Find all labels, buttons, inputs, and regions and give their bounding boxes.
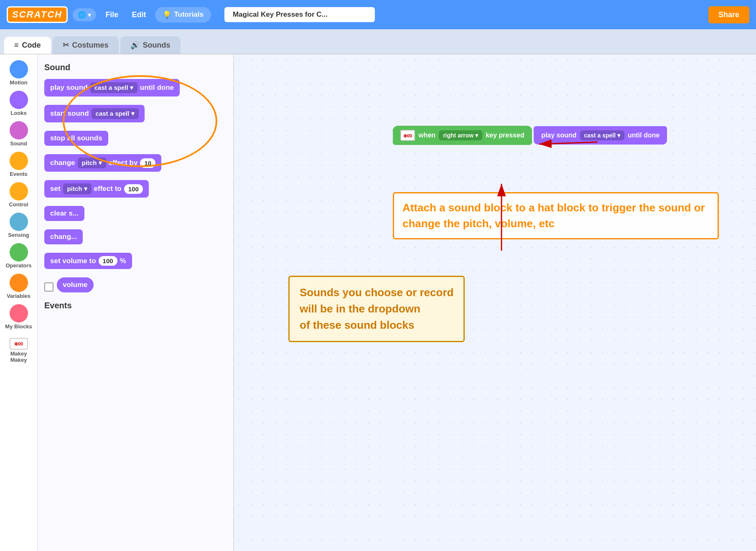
- sidebar-item-sound[interactable]: Sound: [2, 119, 36, 148]
- costumes-icon: ✂: [63, 41, 69, 50]
- play-sound-block-row: play sound cast a spell ▾ until done: [44, 79, 227, 101]
- pitch-value[interactable]: 10: [140, 158, 155, 168]
- volume-reporter-row: volume: [44, 277, 227, 297]
- annotation-box-2: Sounds you choose or recordwill be in th…: [288, 276, 465, 342]
- variables-label: Variables: [7, 293, 31, 299]
- start-sound-dropdown[interactable]: cast a spell ▾: [92, 108, 139, 119]
- volume-reporter-block[interactable]: volume: [57, 277, 94, 292]
- looks-circle: [10, 91, 28, 109]
- change-label: change: [50, 159, 75, 167]
- change-pitch-row: change pitch ▾ effect by 10: [44, 154, 227, 176]
- change-volume-label: chang...: [50, 233, 77, 241]
- when-label: when: [418, 132, 435, 139]
- clear-effects-label: clear s...: [50, 209, 79, 218]
- set-pitch-dropdown[interactable]: pitch ▾: [63, 183, 92, 194]
- looks-label: Looks: [10, 110, 26, 116]
- tab-costumes-label: Costumes: [72, 41, 109, 50]
- key-pressed-label: key pressed: [486, 132, 524, 139]
- operators-label: Operators: [5, 262, 31, 269]
- sidebar-item-looks[interactable]: Looks: [2, 89, 36, 118]
- key-dropdown[interactable]: right arrow ▾: [439, 130, 482, 140]
- sidebar-item-motion[interactable]: Motion: [2, 58, 36, 87]
- sound-label: Sound: [10, 140, 27, 147]
- set-pitch-value[interactable]: 100: [124, 184, 143, 194]
- blocks-panel: Sound play sound cast a spell ▾ until do…: [38, 54, 234, 551]
- myblocks-label: My Blocks: [5, 323, 32, 330]
- sidebar-item-operators[interactable]: Operators: [2, 241, 36, 270]
- sidebar-item-control[interactable]: Control: [2, 180, 36, 209]
- percent-label: %: [120, 257, 126, 265]
- motion-circle: [10, 60, 28, 79]
- sounds-icon: 🔊: [130, 41, 140, 50]
- sensing-circle: [10, 213, 28, 231]
- start-sound-label: start sound: [50, 109, 89, 118]
- motion-label: Motion: [10, 79, 28, 86]
- volume-reporter-label: volume: [63, 281, 88, 289]
- clear-effects-block[interactable]: clear s...: [44, 206, 84, 221]
- sidebar-item-myblocks[interactable]: My Blocks: [2, 302, 36, 331]
- set-label: set: [50, 185, 61, 193]
- stop-all-sounds-label: stop all sounds: [50, 134, 102, 142]
- play-sound-block[interactable]: play sound cast a spell ▾ until done: [44, 79, 180, 96]
- project-title[interactable]: Magical Key Presses for C...: [224, 7, 375, 22]
- sidebar-item-sensing[interactable]: Sensing: [2, 211, 36, 240]
- share-button[interactable]: Share: [708, 6, 749, 23]
- volume-checkbox[interactable]: [44, 282, 53, 292]
- globe-button[interactable]: 🌐 ▾: [73, 8, 96, 21]
- set-volume-row: set volume to 100 %: [44, 253, 227, 273]
- stop-all-sounds-block[interactable]: stop all sounds: [44, 131, 108, 146]
- play-sound-dropdown[interactable]: cast a spell ▾: [90, 82, 137, 93]
- volume-value[interactable]: 100: [99, 256, 117, 266]
- tutorials-button[interactable]: 💡 Tutorials: [155, 7, 211, 23]
- sound-section-title: Sound: [44, 63, 227, 72]
- until-done-canvas-label: until done: [628, 132, 659, 139]
- annotation-2-text: Sounds you choose or recordwill be in th…: [300, 286, 453, 331]
- tab-sounds[interactable]: 🔊 Sounds: [120, 36, 181, 54]
- annotation-1-text: Attach a sound block to a hat block to t…: [402, 201, 705, 230]
- set-pitch-block[interactable]: set pitch ▾ effect to 100: [44, 180, 149, 198]
- set-volume-label: set volume to: [50, 257, 96, 265]
- sidebar-item-events[interactable]: Events: [2, 150, 36, 179]
- category-sidebar: Motion Looks Sound Events Control Sensin…: [0, 54, 38, 551]
- tab-bar: ≡ Code ✂ Costumes 🔊 Sounds: [0, 29, 756, 54]
- effect-to-label: effect to: [94, 185, 122, 193]
- tab-sounds-label: Sounds: [143, 41, 171, 50]
- change-volume-block[interactable]: chang...: [44, 229, 83, 244]
- tab-code-label: Code: [22, 41, 41, 50]
- play-sound-until: until done: [140, 84, 174, 92]
- sidebar-item-variables[interactable]: Variables: [2, 272, 36, 301]
- makey-label: Makey Makey: [4, 350, 34, 363]
- scratch-logo: SCRATCH: [7, 6, 68, 23]
- canvas-sound-dropdown[interactable]: cast a spell ▾: [580, 130, 624, 140]
- sidebar-item-makey[interactable]: ⊕00 Makey Makey: [2, 336, 36, 365]
- play-sound-canvas-label: play sound: [541, 132, 576, 139]
- start-sound-block[interactable]: start sound cast a spell ▾: [44, 105, 145, 122]
- edit-menu[interactable]: Edit: [127, 8, 150, 22]
- hat-block-group: ⊕00 when right arrow ▾ key pressed play …: [393, 125, 667, 145]
- events-circle: [10, 152, 28, 170]
- operators-circle: [10, 243, 28, 262]
- change-volume-row: chang...: [44, 229, 227, 249]
- tutorials-label: Tutorials: [174, 10, 204, 19]
- sound-circle: [10, 121, 28, 140]
- change-pitch-block[interactable]: change pitch ▾ effect by 10: [44, 154, 161, 172]
- control-circle: [10, 182, 28, 201]
- control-label: Control: [9, 201, 28, 208]
- tab-costumes[interactable]: ✂ Costumes: [53, 36, 119, 54]
- start-sound-block-row: start sound cast a spell ▾: [44, 105, 227, 127]
- stop-all-sounds-row: stop all sounds: [44, 131, 227, 150]
- variables-circle: [10, 274, 28, 292]
- events-section-title: Events: [44, 301, 227, 310]
- myblocks-circle: [10, 304, 28, 322]
- hat-block-bottom[interactable]: play sound cast a spell ▾ until done: [534, 126, 667, 145]
- hat-block-top[interactable]: ⊕00 when right arrow ▾ key pressed: [393, 126, 532, 145]
- tutorials-icon: 💡: [163, 10, 171, 19]
- annotation-box-1: Attach a sound block to a hat block to t…: [393, 192, 719, 239]
- top-nav: SCRATCH 🌐 ▾ File Edit 💡 Tutorials Magica…: [0, 0, 756, 29]
- makey-icon: ⊕00: [10, 338, 28, 350]
- clear-effects-row: clear s...: [44, 206, 227, 225]
- set-volume-block[interactable]: set volume to 100 %: [44, 253, 132, 269]
- tab-code[interactable]: ≡ Code: [4, 37, 51, 54]
- pitch-dropdown[interactable]: pitch ▾: [78, 157, 106, 168]
- file-menu[interactable]: File: [101, 8, 122, 22]
